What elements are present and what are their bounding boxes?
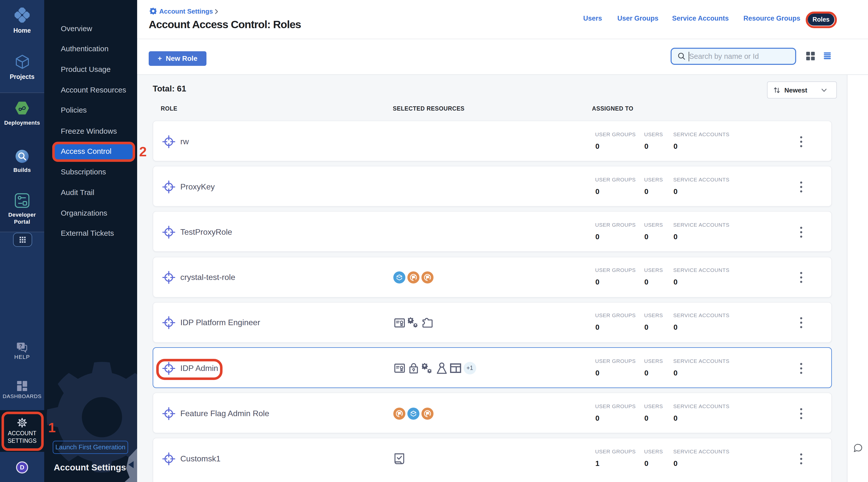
- svg-text:?: ?: [19, 343, 22, 349]
